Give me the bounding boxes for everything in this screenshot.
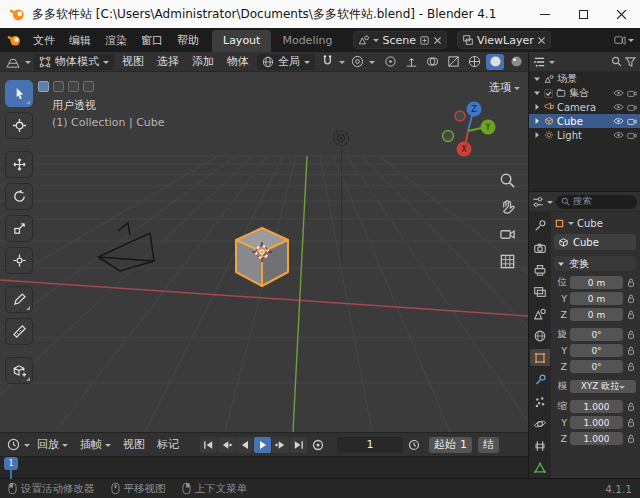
- frame-start-field[interactable]: 起始 1: [429, 437, 472, 453]
- lock-icon[interactable]: [626, 417, 636, 428]
- lock-icon[interactable]: [626, 277, 636, 288]
- transform-orientation-dropdown[interactable]: 全局: [257, 54, 315, 70]
- lock-icon[interactable]: [626, 361, 636, 372]
- menu-view[interactable]: 视图: [117, 52, 149, 71]
- lock-icon[interactable]: [626, 309, 636, 320]
- outliner-row-light[interactable]: Light: [529, 128, 640, 142]
- cursor-tool-button[interactable]: [5, 112, 33, 139]
- gizmo-neg-y-ball[interactable]: [443, 131, 454, 142]
- outliner-row-scene[interactable]: 场景: [529, 72, 640, 86]
- scale-y-field[interactable]: 1.000: [570, 416, 623, 429]
- cube-object[interactable]: [230, 222, 294, 290]
- render-visibility-icon[interactable]: [627, 89, 637, 98]
- shading-solid-icon[interactable]: [486, 54, 504, 70]
- minimize-button[interactable]: [526, 0, 564, 28]
- tab-physics[interactable]: [530, 415, 550, 432]
- camera-view-icon[interactable]: [499, 226, 516, 243]
- pivot-point-icon[interactable]: [381, 54, 399, 70]
- hide-eye-icon[interactable]: [613, 117, 624, 125]
- viewlayer-dropdown-icon[interactable]: [628, 39, 634, 45]
- mode-dropdown[interactable]: 物体模式: [34, 54, 114, 70]
- object-name-field[interactable]: Cube: [554, 234, 636, 250]
- rotation-mode-dropdown[interactable]: XYZ 欧拉: [570, 380, 636, 393]
- add-cube-tool-button[interactable]: [5, 357, 33, 384]
- scene-browse-icon[interactable]: [358, 34, 370, 46]
- close-button[interactable]: [602, 0, 640, 28]
- menu-object[interactable]: 物体: [222, 52, 254, 71]
- proportional-dropdown-icon[interactable]: [369, 61, 375, 67]
- tab-constraints[interactable]: [530, 437, 550, 454]
- outliner-row-collection[interactable]: 集合: [529, 86, 640, 100]
- play-button[interactable]: [254, 437, 271, 453]
- new-scene-icon[interactable]: [419, 35, 430, 46]
- editor-type-properties-icon[interactable]: [532, 196, 544, 208]
- viewport-options-button[interactable]: 选项: [489, 80, 520, 95]
- location-y-field[interactable]: 0 m: [570, 292, 623, 305]
- workspace-tab-modeling[interactable]: Modeling: [271, 30, 343, 52]
- prev-keyframe-button[interactable]: [218, 437, 235, 453]
- transform-tool-button[interactable]: [5, 247, 33, 274]
- viewport-3d[interactable]: 选项 用户透视 (1) Collection | Cube: [0, 72, 528, 432]
- outliner-editor-dropdown-icon[interactable]: [549, 61, 555, 67]
- outliner-row-camera[interactable]: Camera: [529, 100, 640, 114]
- scene-dropdown-icon[interactable]: [373, 39, 379, 45]
- zoom-icon[interactable]: [499, 172, 516, 189]
- search-icon[interactable]: [611, 56, 622, 67]
- tab-particles[interactable]: [530, 393, 550, 410]
- tab-output[interactable]: [530, 261, 550, 278]
- menu-help[interactable]: 帮助: [170, 30, 206, 51]
- rotation-y-field[interactable]: 0°: [570, 344, 623, 357]
- location-z-field[interactable]: 0 m: [570, 308, 623, 321]
- filter-icon[interactable]: [625, 56, 636, 67]
- gizmo-neg-x-ball[interactable]: [455, 111, 465, 121]
- properties-search-input[interactable]: 搜索: [556, 195, 637, 209]
- tab-scene[interactable]: [530, 305, 550, 322]
- editor-type-timeline-icon[interactable]: [4, 437, 22, 453]
- timeline-strip[interactable]: 1: [0, 456, 528, 478]
- header-overflow-icon-1[interactable]: [38, 81, 49, 92]
- show-gizmos-icon[interactable]: [402, 54, 420, 70]
- move-tool-button[interactable]: [5, 151, 33, 178]
- marker-menu[interactable]: 标记: [152, 435, 184, 454]
- rotation-z-field[interactable]: 0°: [570, 360, 623, 373]
- lock-icon[interactable]: [626, 329, 636, 340]
- maximize-button[interactable]: [564, 0, 602, 28]
- tab-object[interactable]: [530, 349, 550, 366]
- toggle-ortho-grid-icon[interactable]: [499, 253, 516, 270]
- scene-name[interactable]: Scene: [382, 34, 416, 47]
- scale-z-field[interactable]: 1.000: [570, 432, 623, 445]
- scene-selector[interactable]: Scene: [353, 31, 447, 49]
- header-overflow-icon-2[interactable]: [53, 81, 64, 92]
- menu-file[interactable]: 文件: [26, 30, 62, 51]
- header-overflow-icon-3[interactable]: [68, 81, 79, 92]
- disclosure-right-icon[interactable]: [533, 117, 541, 125]
- snap-magnet-icon[interactable]: [318, 54, 336, 70]
- rotate-tool-button[interactable]: [5, 183, 33, 210]
- camera-object[interactable]: [90, 217, 168, 275]
- frame-end-field[interactable]: 结: [478, 437, 499, 453]
- header-overflow-icon-4[interactable]: [83, 81, 94, 92]
- scale-x-field[interactable]: 1.000: [570, 400, 623, 413]
- disclosure-right-icon[interactable]: [533, 103, 541, 111]
- toggle-xray-icon[interactable]: [444, 54, 462, 70]
- view-menu[interactable]: 视图: [118, 435, 150, 454]
- playback-menu[interactable]: 回放: [32, 435, 73, 454]
- tab-world[interactable]: [530, 327, 550, 344]
- hide-eye-icon[interactable]: [613, 89, 624, 97]
- lock-icon[interactable]: [626, 401, 636, 412]
- lock-icon[interactable]: [626, 345, 636, 356]
- hide-eye-icon[interactable]: [613, 103, 624, 111]
- menu-select[interactable]: 选择: [152, 52, 184, 71]
- disclosure-down-icon[interactable]: [533, 89, 541, 97]
- scale-tool-button[interactable]: [5, 215, 33, 242]
- light-object[interactable]: [330, 127, 352, 149]
- outliner-row-cube[interactable]: Cube: [529, 114, 640, 128]
- blender-menu-button[interactable]: [4, 32, 26, 48]
- show-overlays-icon[interactable]: [423, 54, 441, 70]
- jump-to-end-button[interactable]: [290, 437, 307, 453]
- render-visibility-icon[interactable]: [627, 131, 637, 140]
- shading-material-icon[interactable]: [507, 54, 525, 70]
- tab-view-layer[interactable]: [530, 283, 550, 300]
- tab-render[interactable]: [530, 239, 550, 256]
- proportional-editing-icon[interactable]: [348, 54, 366, 70]
